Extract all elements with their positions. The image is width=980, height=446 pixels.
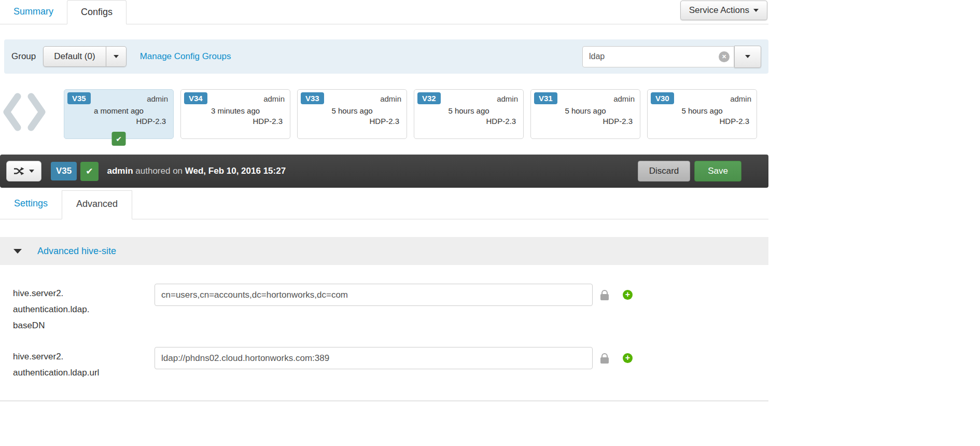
version-card[interactable]: V34admin 3 minutes ago HDP-2.3 — [180, 89, 290, 139]
save-button[interactable]: Save — [694, 161, 741, 182]
tab-advanced[interactable]: Advanced — [62, 190, 132, 219]
config-property-name: hive.server2. authentication.ldap. baseD… — [13, 284, 155, 333]
label-line: hive.server2. — [13, 349, 155, 365]
property-filter: ✕ — [582, 46, 761, 68]
version-authored-text: admin authored on Wed, Feb 10, 2016 15:2… — [107, 166, 286, 176]
chevron-down-icon — [114, 55, 119, 58]
lock-icon — [600, 357, 609, 364]
slider-next-icon[interactable] — [27, 93, 47, 134]
authored-by: admin — [107, 166, 133, 176]
chevron-down-icon — [753, 9, 759, 12]
compare-versions-button[interactable] — [6, 161, 41, 182]
toolbar-actions: Discard Save — [638, 161, 741, 182]
group-select-button[interactable]: Default (0) — [43, 46, 106, 67]
config-group-bar: Group Default (0) Manage Config Groups ✕ — [4, 39, 768, 74]
version-card[interactable]: V35admin a moment ago HDP-2.3 ✔ — [64, 89, 174, 139]
clear-filter-icon[interactable]: ✕ — [719, 51, 730, 62]
version-stack: HDP-2.3 — [64, 117, 173, 126]
row-icons: + — [593, 284, 633, 306]
add-override-icon[interactable]: + — [623, 353, 633, 363]
service-actions-label: Service Actions — [689, 5, 749, 16]
filter-input[interactable] — [582, 46, 734, 67]
version-badge: V32 — [417, 92, 441, 104]
version-badge: V31 — [534, 92, 557, 104]
manage-config-groups-link[interactable]: Manage Config Groups — [140, 51, 231, 62]
version-time: 5 hours ago — [414, 106, 523, 115]
version-author: admin — [380, 92, 401, 103]
version-card[interactable]: V32admin 5 hours ago HDP-2.3 — [414, 89, 524, 139]
version-stack: HDP-2.3 — [414, 117, 523, 126]
version-author: admin — [263, 92, 285, 103]
current-version-check-icon: ✔ — [112, 132, 126, 146]
configs-page: Summary Configs Service Actions Group De… — [0, 0, 768, 401]
label-line: authentication.ldap. — [13, 301, 155, 317]
version-badge: V35 — [67, 92, 91, 104]
version-author: admin — [613, 92, 635, 103]
service-tab-bar: Summary Configs Service Actions — [0, 0, 768, 24]
version-card[interactable]: V33admin 5 hours ago HDP-2.3 — [297, 89, 407, 139]
version-badge: V30 — [651, 92, 674, 104]
version-time: a moment ago — [64, 106, 173, 115]
filter-input-wrap: ✕ — [582, 46, 734, 67]
config-value-input[interactable] — [155, 284, 593, 306]
version-slider: V35admin a moment ago HDP-2.3 ✔ V34admin… — [0, 74, 768, 147]
chevron-down-icon — [745, 55, 750, 58]
config-row: hive.server2. authentication.ldap.url + — [13, 347, 768, 381]
version-stack: HDP-2.3 — [531, 117, 640, 126]
version-card[interactable]: V30admin 5 hours ago HDP-2.3 — [647, 89, 757, 139]
config-tab-bar: Settings Advanced — [0, 190, 768, 219]
config-property-name: hive.server2. authentication.ldap.url — [13, 347, 155, 381]
group-select: Default (0) — [43, 46, 126, 67]
version-badge: V33 — [301, 92, 324, 104]
add-override-icon[interactable]: + — [623, 290, 633, 300]
version-badge: V34 — [184, 92, 207, 104]
config-value-input[interactable] — [155, 347, 593, 369]
label-line: authentication.ldap.url — [13, 365, 155, 381]
discard-button[interactable]: Discard — [638, 161, 691, 182]
version-time: 5 hours ago — [298, 106, 407, 115]
version-card[interactable]: V31admin 5 hours ago HDP-2.3 — [530, 89, 640, 139]
collapse-caret-icon — [13, 249, 22, 254]
tab-configs[interactable]: Configs — [67, 0, 127, 24]
group-select-caret-button[interactable] — [106, 46, 127, 67]
section-body: hive.server2. authentication.ldap. baseD… — [0, 265, 768, 401]
authored-date: Wed, Feb 10, 2016 15:27 — [185, 166, 286, 176]
label-line: hive.server2. — [13, 285, 155, 301]
version-stack: HDP-2.3 — [298, 117, 407, 126]
version-stack: HDP-2.3 — [648, 117, 757, 126]
version-toolbar: V35 ✔ admin authored on Wed, Feb 10, 201… — [0, 155, 768, 188]
version-time: 5 hours ago — [648, 106, 757, 115]
current-check-icon: ✔ — [80, 162, 98, 181]
current-version-chip: V35 — [51, 162, 77, 180]
version-author: admin — [147, 92, 168, 103]
section-advanced-hive-site[interactable]: Advanced hive-site — [0, 237, 768, 265]
version-author: admin — [497, 92, 518, 103]
tab-settings[interactable]: Settings — [0, 190, 62, 219]
section-title: Advanced hive-site — [37, 246, 116, 257]
version-author: admin — [730, 92, 751, 103]
row-icons: + — [593, 347, 633, 369]
version-stack: HDP-2.3 — [181, 117, 290, 126]
authored-on-text: authored on — [135, 166, 183, 176]
slider-prev-icon[interactable] — [2, 93, 22, 134]
version-time: 5 hours ago — [531, 106, 640, 115]
shuffle-icon — [13, 166, 25, 176]
label-line: baseDN — [13, 317, 155, 333]
filter-dropdown-button[interactable] — [734, 46, 761, 68]
group-label: Group — [11, 51, 36, 62]
version-time: 3 minutes ago — [181, 106, 290, 115]
chevron-down-icon — [29, 170, 34, 173]
config-row: hive.server2. authentication.ldap. baseD… — [13, 284, 768, 333]
service-actions-button[interactable]: Service Actions — [680, 1, 767, 20]
lock-icon — [600, 294, 609, 300]
tab-summary[interactable]: Summary — [0, 0, 67, 24]
